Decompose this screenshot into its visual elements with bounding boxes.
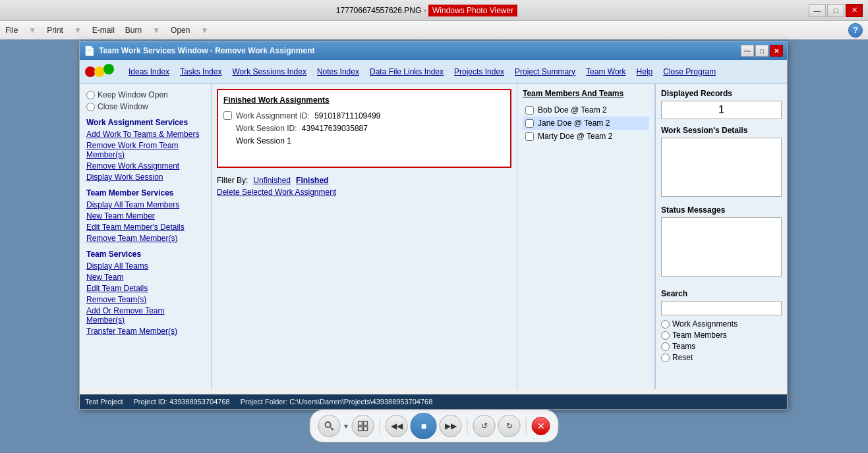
menu-open[interactable]: Open [171, 26, 190, 35]
fwa-box: Finished Work Assignments Work Assignmen… [217, 89, 511, 168]
app-restore-button[interactable]: □ [755, 45, 768, 57]
sidebar-radio-group: Keep Window Open Close Window [86, 90, 204, 111]
app-logo [85, 67, 115, 77]
team-member-bob[interactable]: Bob Doe @ Team 2 [523, 103, 649, 117]
nav-team-work[interactable]: Team Work [586, 67, 625, 76]
sidebar-team-member-services-title: Team Member Services [86, 188, 204, 198]
svg-line-1 [330, 427, 333, 430]
pv-next-button[interactable]: ▶▶ [440, 415, 462, 437]
sidebar-display-work-session[interactable]: Display Work Session [86, 173, 204, 182]
app-close-button[interactable]: ✕ [770, 45, 783, 57]
search-radio-work-assignments[interactable]: Work Assignments [661, 319, 782, 329]
sidebar-remove-team-member[interactable]: Remove Team Member(s) [86, 234, 204, 243]
nav-data-file-links-index[interactable]: Data File Links Index [370, 67, 444, 76]
nav-tasks-index[interactable]: Tasks Index [180, 67, 221, 76]
team-member-jane[interactable]: Jane Doe @ Team 2 [523, 117, 649, 130]
sidebar-display-all-teams[interactable]: Display All Teams [86, 261, 204, 271]
statusbar-project-id-label: Project ID: 439388953704768 [133, 398, 229, 406]
sidebar-remove-work-from[interactable]: Remove Work From Team Member(s) [86, 141, 204, 159]
wpv-menubar: File ▼ Print ▼ E-mail Burn ▼ Open ▼ ? [0, 21, 868, 40]
sidebar-new-team[interactable]: New Team [86, 273, 204, 282]
fwa-work-assignment-id: Work Assignment ID: 591018711109499 [236, 110, 380, 122]
nav-project-summary[interactable]: Project Summary [515, 67, 575, 76]
sidebar-keep-window-open[interactable]: Keep Window Open [86, 90, 204, 99]
center-panel: Finished Work Assignments Work Assignmen… [212, 84, 517, 389]
wpv-help-btn[interactable]: ? [848, 23, 863, 38]
pv-rotate-cw-button[interactable]: ↻ [498, 415, 521, 437]
pv-prev-button[interactable]: ◀◀ [386, 415, 408, 437]
sidebar-new-team-member[interactable]: New Team Member [86, 211, 204, 221]
team-member-jane-checkbox[interactable] [525, 119, 534, 128]
status-messages-textarea[interactable] [661, 217, 782, 277]
sidebar-add-remove-team-member[interactable]: Add Or Remove Team Member(s) [86, 306, 204, 325]
wpv-titlebar: 177706674557626.PNG - Windows Photo View… [0, 0, 868, 21]
app-navbar: Ideas Index Tasks Index Work Sessions In… [80, 60, 787, 84]
menu-burn[interactable]: Burn [125, 26, 142, 35]
statusbar-project-folder: Project Folder: C:\Users\Darren\Projects… [241, 398, 433, 406]
menu-file[interactable]: File [5, 26, 18, 35]
filter-finished[interactable]: Finished [296, 176, 328, 185]
pv-delete-button[interactable]: ✕ [532, 417, 550, 435]
nav-ideas-index[interactable]: Ideas Index [129, 67, 169, 76]
team-member-jane-name: Jane Doe @ Team 2 [538, 119, 610, 128]
sidebar-display-all-team-members[interactable]: Display All Team Members [86, 200, 204, 209]
fwa-work-session-id-value: 439417639035887 [302, 124, 368, 133]
svg-rect-2 [359, 421, 362, 425]
pv-fit-button[interactable] [352, 415, 374, 437]
fwa-work-session-id: Work Session ID: 439417639035887 [236, 122, 380, 135]
app-window: 📄 Team Work Services Window - Remove Wor… [79, 41, 788, 410]
team-member-marty[interactable]: Marty Doe @ Team 2 [523, 130, 649, 143]
team-member-bob-name: Bob Doe @ Team 2 [538, 105, 607, 115]
fwa-work-assignment-id-value: 591018711109499 [314, 111, 380, 120]
search-input[interactable] [661, 301, 782, 315]
team-member-marty-checkbox[interactable] [525, 132, 534, 141]
team-members-panel: Team Members And Teams Bob Doe @ Team 2 … [517, 84, 655, 389]
wpv-title-highlight: Windows Photo Viewer [428, 5, 517, 16]
team-member-bob-checkbox[interactable] [525, 106, 534, 115]
nav-notes-index[interactable]: Notes Index [317, 67, 359, 76]
nav-work-sessions-index[interactable]: Work Sessions Index [232, 67, 306, 76]
nav-close-program[interactable]: Close Program [663, 67, 716, 76]
svg-rect-3 [364, 421, 368, 425]
wpv-minimize-button[interactable]: — [809, 4, 826, 17]
pv-zoom-button[interactable] [318, 415, 340, 437]
search-radio-team-members[interactable]: Team Members [661, 331, 782, 340]
pv-play-button[interactable]: ■ [411, 413, 437, 439]
fwa-title: Finished Work Assignments [223, 95, 505, 105]
sidebar-edit-team-member[interactable]: Edit Team Member's Details [86, 223, 204, 232]
fwa-checkbox[interactable] [223, 111, 232, 120]
sidebar-close-window[interactable]: Close Window [86, 102, 204, 111]
nav-projects-index[interactable]: Projects Index [454, 67, 504, 76]
pv-toolbar: ▼ ◀◀ ■ ▶▶ ↺ ↻ ✕ [309, 410, 559, 442]
search-radio-reset[interactable]: Reset [661, 353, 782, 362]
sidebar-transfer-team-member[interactable]: Transfer Team Member(s) [86, 327, 204, 336]
search-title: Search [661, 289, 782, 298]
wpv-restore-button[interactable]: □ [827, 4, 844, 17]
pv-rotate-ccw-button[interactable]: ↺ [473, 415, 496, 437]
app-title: Team Work Services Window - Remove Work … [99, 46, 315, 55]
search-radio-teams[interactable]: Teams [661, 342, 782, 351]
delete-selected-button[interactable]: Delete Selected Work Assignment [217, 188, 511, 197]
fwa-work-session-label: Work Session 1 [236, 135, 380, 147]
menu-print[interactable]: Print [47, 26, 63, 35]
team-panel-title: Team Members And Teams [523, 89, 649, 98]
pv-separator-1 [380, 418, 380, 434]
work-session-details-textarea[interactable] [661, 138, 782, 197]
sidebar-edit-team-details[interactable]: Edit Team Details [86, 284, 204, 293]
sidebar-team-services-title: Team Services [86, 250, 204, 259]
filter-by-label: Filter By: [217, 176, 248, 185]
wpv-close-button[interactable]: ✕ [846, 4, 863, 17]
fwa-row: Work Assignment ID: 591018711109499 Work… [223, 110, 505, 148]
right-panel: Displayed Records 1 Work Session's Detai… [655, 84, 787, 389]
sidebar-remove-teams[interactable]: Remove Team(s) [86, 295, 204, 304]
nav-help[interactable]: Help [637, 67, 653, 76]
app-minimize-button[interactable]: — [741, 45, 754, 57]
sidebar-remove-work-assignment[interactable]: Remove Work Assignment [86, 161, 204, 171]
sidebar-add-work[interactable]: Add Work To Teams & Members [86, 130, 204, 139]
app-titlebar-controls: — □ ✕ [741, 45, 783, 57]
pv-separator-2 [467, 418, 468, 434]
displayed-records-title: Displayed Records [661, 89, 782, 98]
menu-email[interactable]: E-mail [92, 26, 115, 35]
wpv-controls: — □ ✕ [809, 4, 863, 17]
filter-unfinished[interactable]: Unfinished [253, 176, 291, 185]
